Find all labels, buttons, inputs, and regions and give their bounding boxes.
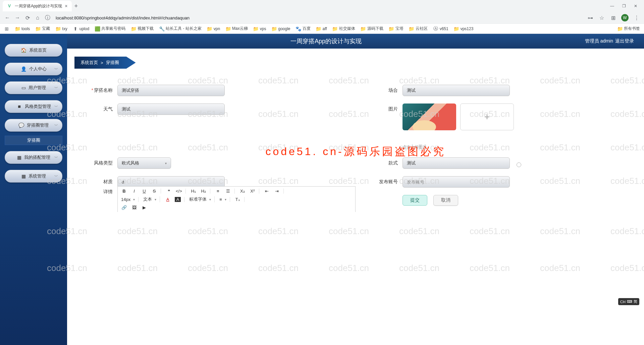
- bookmark-item[interactable]: 📁tools: [15, 26, 30, 31]
- browser-menu-icon[interactable]: ⋮: [633, 15, 640, 21]
- sidebar-item-sys-mgmt[interactable]: ▦系统管理﹀: [5, 170, 62, 183]
- font-family-select[interactable]: 标准字体: [189, 196, 211, 202]
- text-type-select[interactable]: 文本: [143, 196, 156, 202]
- italic-button[interactable]: I: [131, 189, 137, 194]
- indent-decrease-button[interactable]: ⇤: [264, 189, 270, 194]
- superscript-button[interactable]: X²: [250, 189, 256, 194]
- folder-icon: 📁: [454, 26, 459, 31]
- bookmark-label: uplod: [79, 26, 89, 31]
- h2-button[interactable]: H₂: [201, 189, 207, 194]
- nav-reload-button[interactable]: ⟳: [24, 15, 31, 21]
- nav-home-button[interactable]: ⌂: [34, 15, 41, 21]
- bookmark-item[interactable]: 📁云社区: [409, 26, 428, 31]
- bookmark-item[interactable]: 📁txy: [55, 26, 67, 31]
- text-color-button[interactable]: A: [165, 197, 171, 202]
- sidebar-item-outfit-circle[interactable]: 💬穿搭圈管理﹀: [5, 119, 62, 132]
- style-input[interactable]: [402, 157, 510, 169]
- bookmark-item[interactable]: 🐾百度: [296, 26, 311, 31]
- bookmark-item[interactable]: 📁宝藏: [35, 26, 50, 31]
- url-bar[interactable]: localhost:8080/springboot4ddqy/admin/dis…: [56, 15, 190, 20]
- bold-button[interactable]: B: [121, 189, 127, 194]
- bookmark-item[interactable]: 📁vps: [253, 26, 266, 31]
- name-input[interactable]: [117, 85, 225, 96]
- sidebar-home-label: 系统首页: [29, 47, 47, 53]
- bookmark-item[interactable]: ⬆uplod: [73, 26, 89, 31]
- bookmark-item[interactable]: 📁社交媒体: [332, 26, 355, 31]
- bookmark-star-icon[interactable]: ☆: [598, 15, 605, 21]
- sidebar-item-user-mgmt[interactable]: ▭用户管理﹀: [5, 81, 62, 94]
- image-button[interactable]: 🖼: [131, 205, 137, 210]
- bookmark-item[interactable]: 📁源码下载: [361, 26, 383, 31]
- bg-color-button[interactable]: A: [175, 197, 181, 202]
- app-header: 一周穿搭App的设计与实现 管理员 admin 退出登录: [67, 34, 644, 49]
- subscript-button[interactable]: X₂: [239, 189, 246, 194]
- chevron-down-icon: ﹀: [54, 123, 58, 128]
- occasion-input[interactable]: [402, 85, 510, 96]
- form-row-style-type: 风格类型 欧式风格: [80, 157, 345, 169]
- extensions-icon[interactable]: ⊞: [610, 15, 616, 21]
- bookmark-item[interactable]: 🔧站长工具 - 站长之家: [159, 26, 202, 31]
- tab-close-icon[interactable]: ×: [65, 3, 67, 9]
- sidebar-item-my-match[interactable]: ▦我的搭配管理﹀: [5, 151, 62, 164]
- nav-back-button[interactable]: ←: [4, 15, 11, 21]
- underline-button[interactable]: U: [141, 189, 147, 194]
- bookmark-label: vpn: [214, 26, 220, 31]
- radio-indicator[interactable]: [517, 162, 521, 167]
- ime-indicator[interactable]: CH ⌨ 简: [618, 298, 639, 305]
- window-close-button[interactable]: ✕: [634, 4, 637, 8]
- sidebar-item-home[interactable]: 🏠系统首页: [5, 44, 62, 57]
- font-size-select[interactable]: 14px: [121, 197, 135, 202]
- breadcrumb-home[interactable]: 系统首页: [80, 60, 98, 66]
- bookmark-item[interactable]: 📁vpn: [207, 26, 220, 31]
- ordered-list-button[interactable]: ≡: [215, 189, 221, 194]
- folder-icon: 📁: [617, 26, 623, 31]
- all-bookmarks-button[interactable]: 📁 所有书签: [617, 26, 640, 31]
- align-select[interactable]: ≡: [219, 197, 226, 202]
- settings-icon: ▦: [21, 174, 26, 179]
- publisher-input[interactable]: [402, 176, 510, 188]
- strike-button[interactable]: S: [151, 189, 157, 194]
- new-tab-button[interactable]: +: [74, 3, 78, 10]
- upload-button[interactable]: +: [460, 104, 514, 130]
- bookmark-item[interactable]: 📁aff: [316, 26, 327, 31]
- sidebar-item-personal[interactable]: 👤个人中心﹀: [5, 63, 62, 75]
- video-button[interactable]: ▶: [141, 205, 147, 210]
- bookmark-item[interactable]: 📁vps123: [454, 26, 474, 31]
- site-info-icon[interactable]: ⓘ: [44, 14, 51, 21]
- app-container: 🏠系统首页 👤个人中心﹀ ▭用户管理﹀ ◾风格类型管理﹀ 💬穿搭圈管理﹀ 穿搭圈…: [0, 34, 644, 345]
- clear-format-button[interactable]: Tₓ: [235, 197, 241, 202]
- bookmark-item[interactable]: 📁google: [271, 26, 290, 31]
- bookmark-item[interactable]: 🟩共享账号密码: [95, 26, 125, 31]
- logout-link[interactable]: 退出登录: [615, 38, 634, 44]
- indent-increase-button[interactable]: ⇥: [274, 189, 280, 194]
- material-input[interactable]: [117, 176, 225, 188]
- bookmark-item[interactable]: ⊞: [4, 26, 9, 31]
- uploaded-image-thumbnail[interactable]: [402, 104, 456, 130]
- user-area: 管理员 admin 退出登录: [585, 38, 644, 44]
- nav-forward-button[interactable]: →: [14, 15, 21, 21]
- password-icon[interactable]: ⊶: [587, 15, 594, 21]
- sidebar-styletype-label: 风格类型管理: [25, 104, 51, 110]
- weather-input[interactable]: [117, 104, 225, 115]
- bookmark-item[interactable]: 📁Max云梯: [225, 26, 248, 31]
- profile-avatar[interactable]: W: [621, 14, 629, 21]
- sidebar-subitem-outfit[interactable]: 穿搭圈: [5, 136, 62, 145]
- current-user[interactable]: 管理员 admin: [585, 38, 613, 44]
- bookmark-item[interactable]: 📁视频下载: [131, 26, 154, 31]
- link-button[interactable]: 🔗: [121, 205, 127, 210]
- bookmark-label: google: [278, 26, 290, 31]
- sidebar-item-style-type[interactable]: ◾风格类型管理﹀: [5, 100, 62, 113]
- unordered-list-button[interactable]: ☰: [225, 189, 231, 194]
- code-button[interactable]: </>: [176, 189, 182, 194]
- window-minimize-button[interactable]: —: [610, 4, 614, 8]
- window-maximize-button[interactable]: ❐: [622, 4, 626, 8]
- bookmark-item[interactable]: 📁宝塔: [389, 26, 404, 31]
- style-type-select[interactable]: 欧式风格: [117, 157, 171, 169]
- quote-button[interactable]: ❝: [166, 189, 172, 194]
- sidebar-sub-label: 穿搭圈: [27, 137, 40, 143]
- bookmark-item[interactable]: Ⓐv651: [433, 26, 448, 31]
- h1-button[interactable]: H₁: [191, 189, 197, 194]
- browser-tab[interactable]: V 一周穿搭App的设计与实现 ×: [3, 1, 72, 11]
- folder-icon: 📁: [35, 26, 41, 31]
- folder-icon: 📁: [316, 26, 321, 31]
